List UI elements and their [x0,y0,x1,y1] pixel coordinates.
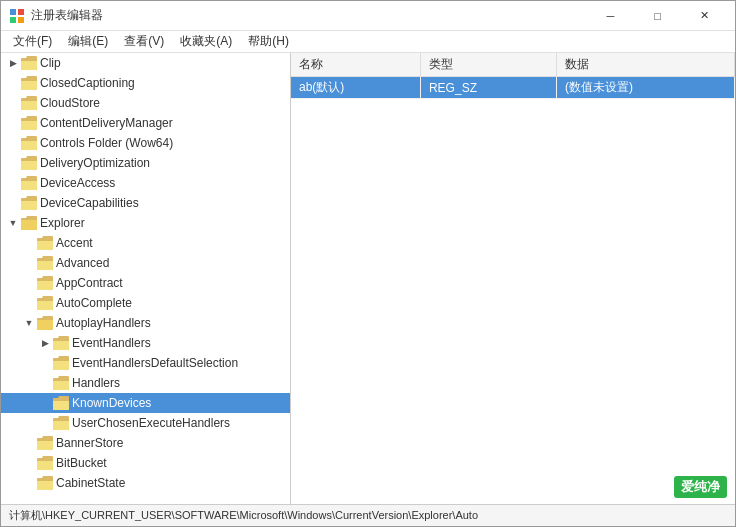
tree-panel[interactable]: ▶Clip▶ClosedCaptioning▶CloudStore▶Conten… [1,53,291,504]
tree-label-clip: Clip [40,56,61,70]
tree-item-accent[interactable]: ▶Accent [1,233,290,253]
tree-label-handlers: Handlers [72,376,120,390]
close-button[interactable]: ✕ [682,2,727,30]
folder-icon-content-delivery [21,115,37,131]
minimize-button[interactable]: ─ [588,2,633,30]
folder-icon-event-handlers-default [53,355,69,371]
tree-label-controls-folder: Controls Folder (Wow64) [40,136,173,150]
status-text: 计算机\HKEY_CURRENT_USER\SOFTWARE\Microsoft… [9,508,478,523]
folder-icon-accent [37,235,53,251]
folder-icon-clip [21,55,37,71]
menu-item[interactable]: 查看(V) [116,31,172,52]
folder-icon-appcontract [37,275,53,291]
tree-label-delivery-opt: DeliveryOptimization [40,156,150,170]
folder-icon-explorer [21,215,37,231]
tree-item-known-devices[interactable]: ▶KnownDevices [1,393,290,413]
app-icon [9,8,25,24]
tree-item-user-chosen[interactable]: ▶UserChosenExecuteHandlers [1,413,290,433]
svg-rect-0 [10,9,16,15]
cell-name: ab(默认) [291,77,420,99]
expand-icon-event-handlers[interactable]: ▶ [37,335,53,351]
main-content: ▶Clip▶ClosedCaptioning▶CloudStore▶Conten… [1,53,735,504]
tree-item-banner-store[interactable]: ▶BannerStore [1,433,290,453]
tree-item-device-cap[interactable]: ▶DeviceCapabilities [1,193,290,213]
tree-item-content-delivery[interactable]: ▶ContentDeliveryManager [1,113,290,133]
folder-icon-cloudstore [21,95,37,111]
col-name: 名称 [291,53,420,77]
tree-label-explorer: Explorer [40,216,85,230]
folder-icon-event-handlers [53,335,69,351]
cell-type: REG_SZ [420,77,556,99]
folder-icon-autoplay [37,315,53,331]
window-title: 注册表编辑器 [31,7,588,24]
col-type: 类型 [420,53,556,77]
tree-item-cloudstore[interactable]: ▶CloudStore [1,93,290,113]
tree-label-content-delivery: ContentDeliveryManager [40,116,173,130]
folder-icon-device-cap [21,195,37,211]
cell-data: (数值未设置) [557,77,735,99]
tree-item-handlers[interactable]: ▶Handlers [1,373,290,393]
tree-scroll[interactable]: ▶Clip▶ClosedCaptioning▶CloudStore▶Conten… [1,53,290,504]
table-row[interactable]: ab(默认)REG_SZ(数值未设置) [291,77,735,99]
tree-label-accent: Accent [56,236,93,250]
registry-table: 名称 类型 数据 ab(默认)REG_SZ(数值未设置) [291,53,735,279]
tree-item-advanced[interactable]: ▶Advanced [1,253,290,273]
folder-icon-advanced [37,255,53,271]
tree-item-clip[interactable]: ▶Clip [1,53,290,73]
right-panel: 名称 类型 数据 ab(默认)REG_SZ(数值未设置) 爱纯净 [291,53,735,504]
folder-icon-user-chosen [53,415,69,431]
tree-label-bitbucket: BitBucket [56,456,107,470]
svg-rect-1 [18,9,24,15]
expand-icon-explorer[interactable]: ▼ [5,215,21,231]
svg-rect-3 [18,17,24,23]
folder-icon-bitbucket [37,455,53,471]
folder-icon-closed-captioning [21,75,37,91]
tree-item-autoplay[interactable]: ▼AutoplayHandlers [1,313,290,333]
folder-icon-device-access [21,175,37,191]
tree-label-cloudstore: CloudStore [40,96,100,110]
folder-icon-autocomplete [37,295,53,311]
tree-label-cabinet-state: CabinetState [56,476,125,490]
folder-icon-banner-store [37,435,53,451]
menu-item[interactable]: 帮助(H) [240,31,297,52]
tree-item-bitbucket[interactable]: ▶BitBucket [1,453,290,473]
folder-icon-cabinet-state [37,475,53,491]
menu-bar: 文件(F)编辑(E)查看(V)收藏夹(A)帮助(H) [1,31,735,53]
folder-icon-handlers [53,375,69,391]
maximize-button[interactable]: □ [635,2,680,30]
tree-label-device-cap: DeviceCapabilities [40,196,139,210]
tree-item-event-handlers[interactable]: ▶EventHandlers [1,333,290,353]
title-bar: 注册表编辑器 ─ □ ✕ [1,1,735,31]
tree-label-event-handlers: EventHandlers [72,336,151,350]
tree-item-device-access[interactable]: ▶DeviceAccess [1,173,290,193]
tree-label-autoplay: AutoplayHandlers [56,316,151,330]
menu-item[interactable]: 文件(F) [5,31,60,52]
tree-label-banner-store: BannerStore [56,436,123,450]
tree-item-cabinet-state[interactable]: ▶CabinetState [1,473,290,493]
expand-icon-clip[interactable]: ▶ [5,55,21,71]
tree-item-delivery-opt[interactable]: ▶DeliveryOptimization [1,153,290,173]
tree-item-explorer[interactable]: ▼Explorer [1,213,290,233]
window-controls: ─ □ ✕ [588,2,727,30]
folder-icon-controls-folder [21,135,37,151]
tree-label-known-devices: KnownDevices [72,396,151,410]
main-window: 注册表编辑器 ─ □ ✕ 文件(F)编辑(E)查看(V)收藏夹(A)帮助(H) … [0,0,736,527]
svg-rect-2 [10,17,16,23]
menu-item[interactable]: 收藏夹(A) [172,31,240,52]
col-data: 数据 [557,53,735,77]
tree-item-event-handlers-default[interactable]: ▶EventHandlersDefaultSelection [1,353,290,373]
tree-label-appcontract: AppContract [56,276,123,290]
tree-item-appcontract[interactable]: ▶AppContract [1,273,290,293]
tree-label-device-access: DeviceAccess [40,176,115,190]
watermark: 爱纯净 [674,476,727,498]
tree-item-autocomplete[interactable]: ▶AutoComplete [1,293,290,313]
tree-label-autocomplete: AutoComplete [56,296,132,310]
tree-label-advanced: Advanced [56,256,109,270]
status-bar: 计算机\HKEY_CURRENT_USER\SOFTWARE\Microsoft… [1,504,735,526]
tree-item-controls-folder[interactable]: ▶Controls Folder (Wow64) [1,133,290,153]
tree-label-user-chosen: UserChosenExecuteHandlers [72,416,230,430]
menu-item[interactable]: 编辑(E) [60,31,116,52]
folder-icon-known-devices [53,395,69,411]
tree-item-closed-captioning[interactable]: ▶ClosedCaptioning [1,73,290,93]
expand-icon-autoplay[interactable]: ▼ [21,315,37,331]
